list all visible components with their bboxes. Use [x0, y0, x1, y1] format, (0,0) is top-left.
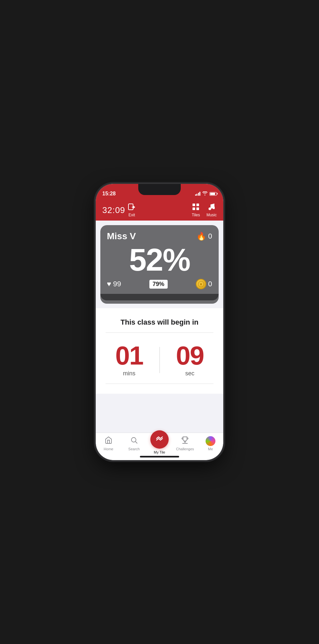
tiles-icon	[192, 203, 199, 212]
workout-tile[interactable]: Miss V 🔥 0 52% ♥ 99 79%	[100, 225, 219, 304]
music-label: Music	[207, 213, 217, 217]
tab-challenges[interactable]: Challenges	[172, 436, 198, 451]
timer-seconds-block: 09 sec	[163, 343, 217, 377]
hearts-count: 99	[113, 280, 121, 288]
timer-seconds: 09	[176, 343, 204, 369]
coins-count: 0	[208, 280, 212, 288]
workout-percentage: 52%	[106, 244, 213, 276]
nav-bar: 32:09 Exit	[96, 200, 223, 221]
me-label: Me	[208, 447, 213, 451]
tab-me[interactable]: Me	[198, 436, 223, 451]
challenges-label: Challenges	[176, 447, 194, 451]
battery-icon	[210, 192, 217, 196]
tab-my-tile[interactable]: My Tile	[147, 436, 172, 454]
bottom-divider	[106, 384, 213, 384]
my-tile-button[interactable]	[150, 430, 169, 449]
timer-separator	[160, 347, 160, 373]
coin-icon	[196, 279, 206, 289]
notch	[138, 184, 181, 195]
timer-section: 01 mins 09 sec	[102, 333, 217, 384]
my-tile-label: My Tile	[154, 450, 165, 454]
signal-icon	[195, 192, 201, 196]
screen: 15:28	[96, 184, 223, 460]
home-label: Home	[104, 447, 113, 451]
tiles-label: Tiles	[192, 213, 200, 217]
workout-name: Miss V	[107, 231, 136, 241]
tiles-button[interactable]: Tiles	[192, 203, 200, 217]
tile-header: Miss V 🔥 0	[107, 231, 212, 241]
home-icon	[105, 436, 112, 446]
tab-search[interactable]: Search	[121, 436, 147, 451]
music-icon	[208, 203, 215, 212]
music-button[interactable]: Music	[207, 203, 217, 217]
fire-count: 0	[208, 232, 212, 241]
svg-point-6	[209, 207, 211, 210]
wifi-icon	[202, 191, 208, 196]
fire-icon: 🔥	[196, 232, 206, 241]
exit-button[interactable]: Exit	[128, 203, 136, 217]
svg-rect-2	[193, 204, 195, 206]
heart-icon: ♥	[107, 280, 111, 288]
my-tile-icon	[155, 434, 164, 445]
exit-label: Exit	[128, 213, 135, 217]
search-label: Search	[128, 447, 140, 451]
status-icons	[195, 191, 217, 196]
timer-mins-label: mins	[123, 370, 135, 377]
svg-rect-3	[196, 204, 199, 206]
timer-minutes-block: 01 mins	[102, 343, 156, 377]
timer-secs-label: sec	[185, 370, 194, 377]
hearts-counter: ♥ 99	[107, 280, 121, 288]
class-title: This class will begin in	[102, 318, 217, 327]
home-indicator	[140, 456, 179, 457]
main-content: This class will begin in 01 mins 09 sec	[96, 308, 223, 394]
search-icon	[130, 436, 138, 446]
svg-rect-5	[196, 207, 199, 210]
coins-counter: 0	[196, 279, 212, 289]
challenges-icon	[181, 436, 189, 446]
status-time: 15:28	[102, 191, 116, 197]
class-info: This class will begin in 01 mins 09 sec	[102, 318, 217, 384]
fire-counter: 🔥 0	[196, 232, 212, 241]
phone-frame: 15:28	[96, 184, 223, 460]
workout-timer: 32:09	[102, 205, 125, 215]
tile-dark-bar	[100, 294, 219, 300]
svg-point-9	[131, 438, 136, 442]
exit-icon	[128, 203, 136, 212]
tile-footer: ♥ 99 79% 0	[107, 276, 212, 294]
svg-line-10	[136, 442, 138, 444]
avatar	[206, 436, 215, 446]
nav-left: 32:09 Exit	[102, 203, 136, 217]
timer-minutes: 01	[115, 343, 143, 369]
svg-rect-4	[193, 207, 195, 210]
nav-right: Tiles Music	[192, 203, 217, 217]
tab-home[interactable]: Home	[96, 436, 121, 451]
battery-badge: 79%	[149, 280, 168, 289]
